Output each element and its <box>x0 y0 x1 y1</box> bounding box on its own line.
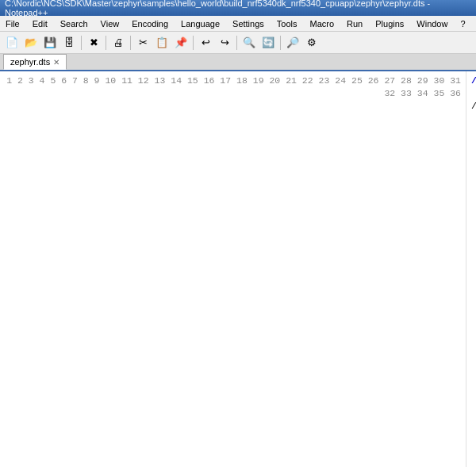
save-button[interactable]: 💾 <box>41 34 59 52</box>
tab-bar: zephyr.dts ✕ <box>0 54 476 71</box>
tab-close-icon[interactable]: ✕ <box>53 58 60 67</box>
tab-label: zephyr.dts <box>10 57 50 67</box>
toolbar: 📄 📂 💾 🗄 ✖ 🖨 ✂ 📋 📌 ↩ ↪ 🔍 🔄 🔎 ⚙ <box>0 32 476 54</box>
undo-button[interactable]: ↩ <box>197 34 214 52</box>
title-text: C:\Nordic\NCS\SDK\Master\zephyr\samples\… <box>5 0 471 17</box>
sep4 <box>193 36 194 50</box>
sep1 <box>81 36 82 50</box>
menu-search[interactable]: Search <box>58 18 90 29</box>
code-area[interactable]: /dts-v1/; / { #address-cells = < 0x1 >; … <box>466 71 476 467</box>
cut-button[interactable]: ✂ <box>134 34 152 52</box>
copy-button[interactable]: 📋 <box>153 34 171 52</box>
menu-bar: File Edit Search View Encoding Language … <box>0 16 476 32</box>
menu-edit[interactable]: Edit <box>30 18 50 29</box>
menu-settings[interactable]: Settings <box>230 18 267 29</box>
tab-zephyr-dts[interactable]: zephyr.dts ✕ <box>3 54 67 70</box>
editor: 1 2 3 4 5 6 7 8 9 10 11 12 13 14 15 16 1… <box>0 71 476 467</box>
zoom-in-button[interactable]: 🔎 <box>284 34 301 52</box>
line-numbers: 1 2 3 4 5 6 7 8 9 10 11 12 13 14 15 16 1… <box>0 71 466 467</box>
sep5 <box>236 36 237 50</box>
menu-run[interactable]: Run <box>344 18 365 29</box>
menu-view[interactable]: View <box>98 18 122 29</box>
menu-macro[interactable]: Macro <box>307 18 336 29</box>
menu-tools[interactable]: Tools <box>274 18 300 29</box>
save-all-button[interactable]: 🗄 <box>60 34 78 52</box>
find-button[interactable]: 🔍 <box>240 34 258 52</box>
menu-help[interactable]: ? <box>458 18 467 29</box>
menu-window[interactable]: Window <box>414 18 450 29</box>
paste-button[interactable]: 📌 <box>172 34 190 52</box>
sep2 <box>106 36 106 50</box>
open-button[interactable]: 📂 <box>22 34 40 52</box>
menu-file[interactable]: File <box>3 18 22 29</box>
replace-button[interactable]: 🔄 <box>259 34 277 52</box>
settings-button[interactable]: ⚙ <box>303 34 321 52</box>
redo-button[interactable]: ↪ <box>216 34 233 52</box>
new-button[interactable]: 📄 <box>3 34 21 52</box>
sep6 <box>280 36 281 50</box>
menu-language[interactable]: Language <box>178 18 222 29</box>
menu-encoding[interactable]: Encoding <box>129 18 171 29</box>
print-button[interactable]: 🖨 <box>109 34 127 52</box>
close-button[interactable]: ✖ <box>85 34 102 52</box>
menu-plugins[interactable]: Plugins <box>373 18 406 29</box>
sep3 <box>130 36 131 50</box>
title-bar: C:\Nordic\NCS\SDK\Master\zephyr\samples\… <box>0 0 476 16</box>
